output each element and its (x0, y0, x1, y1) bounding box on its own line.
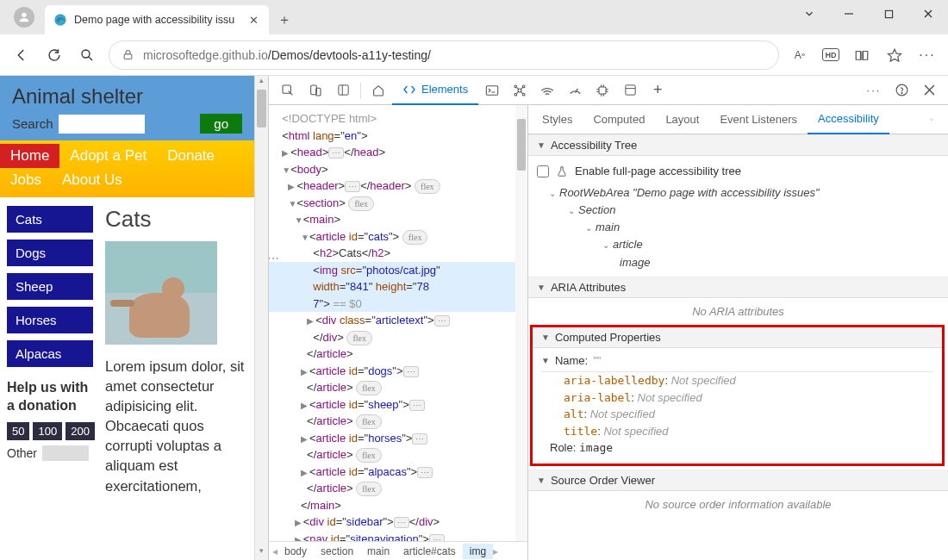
donate-other-label: Other (7, 446, 37, 460)
more-icon[interactable]: ··· (917, 45, 938, 65)
more-tools-icon[interactable]: + (644, 78, 671, 103)
dom-tree[interactable]: <!DOCTYPE html> <html lang="en"> ▶<head>… (269, 105, 527, 541)
search-label: Search (12, 116, 53, 131)
svg-rect-36 (626, 85, 635, 95)
enable-full-tree-label: Enable full-page accessibility tree (575, 165, 741, 177)
pane-accessibility-tree[interactable]: ▼Accessibility Tree (528, 134, 948, 156)
tab-event-listeners[interactable]: Event Listeners (709, 105, 808, 134)
svg-point-19 (523, 85, 526, 88)
device-icon[interactable] (302, 78, 329, 103)
nav-home[interactable]: Home (0, 144, 59, 168)
close-tab-icon[interactable]: ✕ (246, 13, 260, 27)
memory-icon[interactable] (589, 78, 616, 103)
donate-100[interactable]: 100 (33, 422, 62, 440)
dom-scrollbar[interactable] (515, 105, 527, 541)
svg-point-6 (82, 50, 90, 58)
tab-title: Demo page with accessibility issu (74, 14, 240, 26)
console-icon[interactable] (478, 78, 506, 103)
no-aria-text: No ARIA attributes (528, 298, 948, 325)
tab-styles[interactable]: Styles (532, 105, 583, 134)
favorite-icon[interactable] (884, 45, 905, 65)
pane-aria-attributes[interactable]: ▼ARIA Attributes (528, 277, 948, 298)
svg-marker-9 (889, 49, 901, 61)
refresh-button[interactable] (43, 44, 65, 66)
close-window-button[interactable] (908, 0, 948, 28)
svg-point-20 (515, 93, 517, 96)
svg-rect-8 (124, 54, 132, 59)
pane-source-order[interactable]: ▼Source Order Viewer (528, 470, 948, 491)
page-title: Animal shelter (12, 84, 242, 109)
lock-icon (122, 48, 134, 61)
help-icon[interactable] (888, 78, 915, 103)
nav-about[interactable]: About Us (52, 168, 133, 192)
svg-line-22 (517, 87, 519, 89)
svg-rect-13 (338, 85, 347, 95)
svg-point-1 (54, 14, 65, 25)
flask-icon (556, 165, 568, 177)
donation-heading: Help us with a donation (7, 379, 93, 415)
page-scrollbar[interactable]: ▴▾ (254, 76, 268, 560)
tab-layout[interactable]: Layout (655, 105, 709, 134)
devtools-more-icon[interactable]: ··· (860, 78, 888, 103)
tab-computed[interactable]: Computed (583, 105, 655, 134)
svg-point-39 (901, 92, 901, 93)
devtools-toolbar: Elements + ··· (269, 76, 948, 105)
donate-50[interactable]: 50 (7, 422, 29, 440)
sidebar-item-alpacas[interactable]: Alpacas (7, 340, 93, 367)
sources-icon[interactable] (506, 78, 533, 103)
network-icon[interactable] (533, 78, 561, 103)
search-icon[interactable] (76, 44, 98, 66)
chevron-down-icon[interactable] (789, 0, 829, 28)
url-path: /Demos/devtools-a11y-testing/ (268, 48, 431, 62)
window-titlebar: Demo page with accessibility issu ✕ ＋ (0, 0, 948, 34)
svg-line-7 (89, 56, 92, 59)
svg-point-0 (22, 13, 26, 17)
tab-elements[interactable]: Elements (392, 76, 478, 105)
svg-rect-15 (487, 85, 498, 95)
tab-accessibility[interactable]: Accessibility (808, 105, 889, 134)
devtools-close-icon[interactable] (915, 78, 943, 103)
welcome-icon[interactable] (365, 78, 392, 103)
sidebar-item-horses[interactable]: Horses (7, 307, 93, 333)
nav-donate[interactable]: Donate (157, 144, 225, 168)
new-tab-button[interactable]: ＋ (272, 8, 296, 32)
side-tabs: Styles Computed Layout Event Listeners A… (528, 105, 948, 134)
application-icon[interactable] (616, 78, 644, 103)
hd-icon[interactable]: HD (822, 48, 839, 61)
search-input[interactable] (59, 115, 145, 134)
profile-avatar[interactable] (14, 7, 34, 28)
enable-full-tree-checkbox[interactable] (537, 165, 549, 177)
read-aloud-icon[interactable]: A» (789, 45, 810, 65)
svg-line-23 (521, 87, 523, 89)
article-text: Lorem ipsum dolor, sit amet consectetur … (105, 357, 247, 496)
address-bar: microsoftedge.github.io/Demos/devtools-a… (0, 34, 948, 76)
pane-computed-properties[interactable]: ▼Computed Properties (533, 327, 942, 348)
svg-line-24 (517, 91, 519, 93)
dom-breadcrumb[interactable]: ◂ body section main article#cats img ▸ (269, 541, 527, 560)
nav-adopt[interactable]: Adopt a Pet (59, 144, 157, 168)
edge-icon (53, 13, 67, 27)
url-host: microsoftedge.github.io (143, 48, 268, 62)
sidebar-item-dogs[interactable]: Dogs (7, 240, 93, 266)
performance-icon[interactable] (561, 78, 589, 103)
accessibility-tree[interactable]: ⌄RootWebArea "Demo page with accessibili… (537, 184, 939, 271)
side-tabs-more-icon[interactable] (919, 105, 945, 134)
article-heading: Cats (105, 206, 247, 233)
svg-line-25 (521, 91, 523, 93)
reader-icon[interactable] (851, 45, 872, 65)
maximize-button[interactable] (869, 0, 908, 28)
sidebar-item-sheep[interactable]: Sheep (7, 273, 93, 300)
browser-tab[interactable]: Demo page with accessibility issu ✕ (45, 5, 269, 34)
no-source-order-text: No source order information available (528, 491, 948, 521)
svg-point-21 (523, 93, 526, 96)
svg-rect-3 (885, 10, 892, 17)
donate-other-input[interactable] (42, 445, 89, 461)
inspect-icon[interactable] (274, 78, 302, 103)
minimize-button[interactable] (829, 0, 869, 28)
back-button[interactable] (10, 44, 33, 66)
sidebar-item-cats[interactable]: Cats (7, 206, 93, 233)
url-input[interactable]: microsoftedge.github.io/Demos/devtools-a… (109, 40, 779, 70)
dock-icon[interactable] (329, 78, 357, 103)
go-button[interactable]: go (200, 114, 242, 134)
donate-200[interactable]: 200 (65, 422, 95, 440)
